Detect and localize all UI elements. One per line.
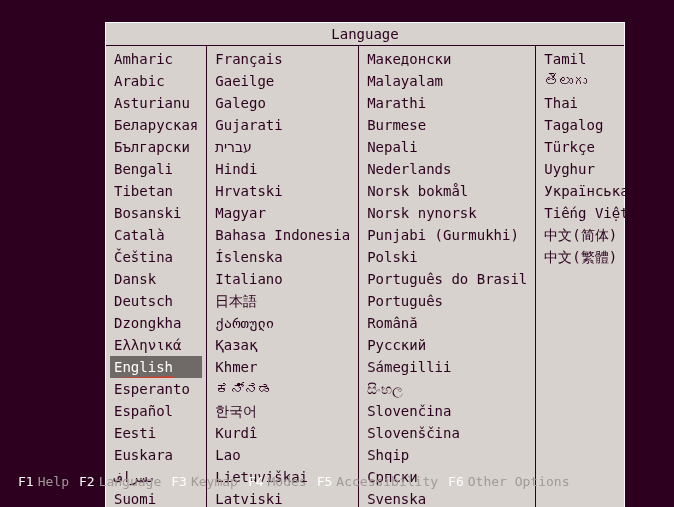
footer-option-f4[interactable]: F4Modes <box>248 474 307 489</box>
language-option[interactable]: Українська <box>536 180 636 202</box>
language-column: AmharicArabicAsturianuБеларускаяБългарск… <box>106 46 207 507</box>
language-option[interactable]: Bengali <box>106 158 206 180</box>
language-option[interactable]: Euskara <box>106 444 206 466</box>
footer-label: Accessibility <box>336 474 438 489</box>
language-option[interactable]: Lao <box>207 444 358 466</box>
footer-label: Keymap <box>191 474 238 489</box>
footer-key: F3 <box>171 474 187 489</box>
language-option[interactable]: Hindi <box>207 158 358 180</box>
language-option[interactable]: English <box>110 356 202 378</box>
language-option[interactable]: සිංහල <box>359 378 535 400</box>
language-option[interactable]: Norsk bokmål <box>359 180 535 202</box>
language-option[interactable]: Khmer <box>207 356 358 378</box>
language-option[interactable]: Svenska <box>359 488 535 507</box>
language-option[interactable]: Türkçe <box>536 136 636 158</box>
language-option[interactable]: Thai <box>536 92 636 114</box>
language-option[interactable]: Français <box>207 48 358 70</box>
language-option[interactable]: Español <box>106 400 206 422</box>
language-option[interactable]: Català <box>106 224 206 246</box>
footer-label: Other Options <box>468 474 570 489</box>
footer-option-f2[interactable]: F2Language <box>79 474 161 489</box>
language-option[interactable]: Amharic <box>106 48 206 70</box>
language-option[interactable]: Latviski <box>207 488 358 507</box>
language-option[interactable]: Norsk nynorsk <box>359 202 535 224</box>
language-option[interactable]: Ελληνικά <box>106 334 206 356</box>
language-option[interactable]: Uyghur <box>536 158 636 180</box>
language-option[interactable]: Slovenčina <box>359 400 535 422</box>
footer-key: F5 <box>317 474 333 489</box>
annotation-underline <box>116 376 174 378</box>
language-option[interactable]: Deutsch <box>106 290 206 312</box>
language-option[interactable]: Arabic <box>106 70 206 92</box>
language-option[interactable]: Marathi <box>359 92 535 114</box>
language-option[interactable]: Galego <box>207 92 358 114</box>
dialog-title: Language <box>106 23 624 45</box>
language-option[interactable]: Íslenska <box>207 246 358 268</box>
language-option[interactable]: 日本語 <box>207 290 358 312</box>
language-column: МакедонскиMalayalamMarathiBurmeseNepaliN… <box>359 46 536 507</box>
language-option[interactable]: Gujarati <box>207 114 358 136</box>
language-option[interactable]: Magyar <box>207 202 358 224</box>
footer-key: F4 <box>248 474 264 489</box>
language-option[interactable]: ಕನ್ನಡ <box>207 378 358 400</box>
language-option[interactable]: 한국어 <box>207 400 358 422</box>
language-option[interactable]: Slovenščina <box>359 422 535 444</box>
language-option[interactable]: Shqip <box>359 444 535 466</box>
footer-label: Help <box>38 474 69 489</box>
language-option[interactable]: Gaeilge <box>207 70 358 92</box>
language-option[interactable]: Беларуская <box>106 114 206 136</box>
language-option[interactable]: ქართული <box>207 312 358 334</box>
language-option[interactable]: Eesti <box>106 422 206 444</box>
footer-key: F6 <box>448 474 464 489</box>
language-dialog: Language AmharicArabicAsturianuБеларуска… <box>105 22 625 507</box>
footer-key: F2 <box>79 474 95 489</box>
language-option[interactable]: Bahasa Indonesia <box>207 224 358 246</box>
language-option[interactable]: తెలుగు <box>536 70 636 92</box>
language-option[interactable]: Italiano <box>207 268 358 290</box>
language-option[interactable]: Tibetan <box>106 180 206 202</box>
language-option[interactable]: Nederlands <box>359 158 535 180</box>
language-option[interactable]: Tagalog <box>536 114 636 136</box>
language-option[interactable]: Kurdî <box>207 422 358 444</box>
language-option[interactable]: עברית <box>207 136 358 158</box>
language-option[interactable]: Nepali <box>359 136 535 158</box>
language-option[interactable]: Burmese <box>359 114 535 136</box>
language-option[interactable]: Bosanski <box>106 202 206 224</box>
language-option[interactable]: 中文(简体) <box>536 224 636 246</box>
language-option[interactable]: Română <box>359 312 535 334</box>
language-option[interactable]: Hrvatski <box>207 180 358 202</box>
language-option[interactable]: Български <box>106 136 206 158</box>
language-option[interactable]: Čeština <box>106 246 206 268</box>
language-option[interactable]: Sámegillii <box>359 356 535 378</box>
language-option[interactable]: Қазақ <box>207 334 358 356</box>
language-option[interactable]: Polski <box>359 246 535 268</box>
language-option[interactable]: Tiếng Việt <box>536 202 636 224</box>
language-option[interactable]: Македонски <box>359 48 535 70</box>
language-option[interactable]: Asturianu <box>106 92 206 114</box>
language-columns: AmharicArabicAsturianuБеларускаяБългарск… <box>106 45 624 507</box>
footer-option-f3[interactable]: F3Keymap <box>171 474 238 489</box>
language-option[interactable]: 中文(繁體) <box>536 246 636 268</box>
language-option[interactable]: Esperanto <box>106 378 206 400</box>
language-column: TamilతెలుగుThaiTagalogTürkçeUyghurУкраїн… <box>536 46 636 507</box>
footer-bar: F1HelpF2LanguageF3KeymapF4ModesF5Accessi… <box>18 474 569 489</box>
language-option[interactable]: Malayalam <box>359 70 535 92</box>
language-option[interactable]: Suomi <box>106 488 206 507</box>
footer-key: F1 <box>18 474 34 489</box>
language-option[interactable]: Português do Brasil <box>359 268 535 290</box>
language-option[interactable]: Punjabi (Gurmukhi) <box>359 224 535 246</box>
language-option[interactable]: Tamil <box>536 48 636 70</box>
footer-label: Language <box>99 474 162 489</box>
language-column: FrançaisGaeilgeGalegoGujaratiעבריתHindiH… <box>207 46 359 507</box>
footer-option-f6[interactable]: F6Other Options <box>448 474 569 489</box>
footer-option-f1[interactable]: F1Help <box>18 474 69 489</box>
language-option[interactable]: Português <box>359 290 535 312</box>
footer-label: Modes <box>268 474 307 489</box>
language-option[interactable]: Dzongkha <box>106 312 206 334</box>
language-option[interactable]: Русский <box>359 334 535 356</box>
footer-option-f5[interactable]: F5Accessibility <box>317 474 438 489</box>
language-option[interactable]: Dansk <box>106 268 206 290</box>
